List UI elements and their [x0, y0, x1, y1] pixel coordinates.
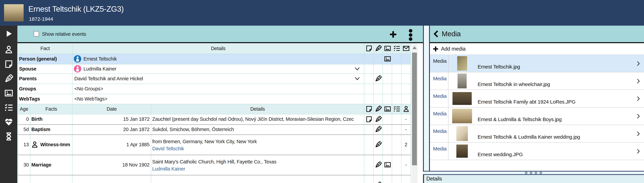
chevron-down-icon[interactable] [354, 66, 360, 73]
witness-person-icon [31, 141, 38, 149]
media-list-item[interactable]: MediaErnest Teltschik.jpg [430, 55, 644, 72]
person-icon [402, 105, 410, 113]
chevron-down-icon[interactable] [354, 75, 360, 83]
pen-icon[interactable] [374, 181, 382, 183]
media-row-label: Media [430, 93, 446, 99]
fact-date: 18 Nov 1902 [86, 155, 150, 175]
image-icon[interactable] [4, 88, 14, 98]
person-link[interactable]: Ludmilla Kainer [152, 166, 363, 172]
media-thumbnail [456, 144, 468, 158]
column-header-date: Date [72, 104, 151, 114]
fact-name[interactable]: WebTags [19, 94, 40, 104]
age-value: 38 [18, 175, 29, 183]
checklist-icon [393, 45, 400, 52]
fact-name[interactable]: Baptism [31, 124, 50, 134]
person-link[interactable]: David Teltschik [152, 146, 363, 152]
media-list-item[interactable]: MediaErnest & Ludmilla & Teltschik Boys.… [430, 108, 644, 125]
facts-toolbar: Show relative events [17, 26, 423, 43]
fact-name[interactable]: Groups [19, 84, 36, 94]
chevron-right-icon[interactable] [635, 78, 641, 84]
chevron-right-icon[interactable] [635, 60, 641, 66]
page-title: Ernest Teltschik (LKZ5-ZG3) [28, 4, 124, 14]
fact-name[interactable]: Parents [19, 74, 36, 84]
media-list-item[interactable]: MediaErnest Teltschik & Ludmilla Kainer … [430, 125, 644, 142]
checklist-icon [393, 105, 400, 113]
dna-icon[interactable] [4, 132, 14, 141]
fact-details[interactable]: <No Groups> [74, 84, 362, 94]
image-icon [384, 45, 391, 52]
share-count: - [402, 114, 410, 124]
media-filename: Ernest Teltschik.jpg [478, 64, 520, 70]
person-icon[interactable] [4, 45, 14, 54]
chevron-right-icon[interactable] [635, 131, 641, 137]
checklist-icon[interactable] [4, 103, 14, 112]
details-splitter[interactable] [423, 171, 644, 175]
image-icon[interactable] [384, 161, 391, 168]
chevron-right-icon[interactable] [635, 148, 641, 154]
scrollbar-thumb[interactable] [412, 52, 417, 165]
pen-icon[interactable] [374, 126, 382, 133]
fact-details: Saint Mary's Catholic Church, High Hill,… [152, 159, 363, 165]
media-list-item[interactable]: MediaErnest wedding.JPG [430, 142, 644, 160]
facts-table: FactDetailsAgeFactsDateDetailsPerson (ge… [18, 43, 411, 183]
column-header-age: Age [18, 104, 30, 114]
fact-name[interactable]: Person (general) [19, 54, 57, 64]
fact-date: 1910 [86, 175, 150, 183]
person-header-photo[interactable] [4, 4, 24, 22]
play-icon[interactable] [4, 29, 14, 38]
pen-icon[interactable] [4, 74, 14, 83]
media-panel-title: Media [442, 26, 461, 42]
facts-scrollbar[interactable] [411, 43, 418, 183]
left-icon-rail [0, 26, 17, 183]
pen-icon[interactable] [374, 116, 382, 123]
media-filename: Ernest & Ludmilla & Teltschik Boys.jpg [478, 116, 562, 122]
note-icon[interactable] [4, 59, 14, 69]
fact-date: 1 Apr 1885 [86, 134, 150, 155]
scroll-up-arrow-icon[interactable] [412, 46, 416, 49]
media-list-item[interactable]: MediaErnest Teltschik in wheelchair.jpg [430, 72, 644, 90]
mail-icon [402, 45, 410, 52]
media-thumbnail [457, 56, 467, 71]
back-chevron-icon[interactable] [432, 30, 440, 38]
pen-icon[interactable] [374, 141, 382, 148]
fact-details: Sukdol, Smichow, Böhmen, Österreich [152, 124, 363, 134]
fact-details[interactable]: David Teltschik and Annie Hickel [74, 74, 362, 84]
fact-name[interactable]: Birth [31, 114, 42, 124]
fact-details[interactable]: <No WebTags> [74, 94, 362, 104]
media-row-label: Media [430, 146, 446, 152]
image-icon[interactable] [384, 55, 391, 62]
share-count: 2 [402, 134, 410, 155]
age-value: 5d [18, 124, 29, 134]
fact-date: 20 Jan 1872 [86, 124, 150, 134]
fact-name[interactable]: Residence [31, 175, 55, 183]
note-icon[interactable] [365, 116, 373, 123]
chevron-right-icon[interactable] [635, 113, 641, 119]
fact-name[interactable]: Spouse [19, 64, 36, 74]
more-options-button[interactable] [409, 29, 412, 41]
show-relative-events-checkbox[interactable] [34, 31, 39, 36]
fact-name[interactable]: Marriage [31, 155, 52, 175]
add-media-label: Add media [441, 43, 466, 54]
column-header-details: Details [151, 104, 364, 114]
grid-line [151, 104, 151, 183]
heart-pulse-icon[interactable] [4, 117, 14, 127]
add-fact-button[interactable] [389, 30, 398, 39]
media-list-item[interactable]: MediaErnest Teltschik Family abt 1924 Lo… [430, 90, 644, 108]
details-section-bar[interactable]: Details [423, 175, 644, 183]
grid-line [18, 134, 411, 135]
fact-details[interactable]: Ludmilla Kainer [84, 64, 362, 74]
details-section-label: Details [426, 175, 442, 183]
column-header-details: Details [72, 43, 364, 54]
fact-details: Colorado Co., Texas [152, 175, 363, 183]
add-media-button[interactable]: Add media [430, 43, 644, 55]
pen-icon[interactable] [374, 161, 382, 168]
fact-date: 15 Jan 1872 [86, 114, 150, 124]
media-row-label: Media [430, 128, 446, 134]
pen-icon[interactable] [374, 75, 382, 82]
panel-splitter[interactable] [424, 26, 429, 171]
pen-icon [374, 45, 382, 52]
chevron-right-icon[interactable] [635, 96, 641, 102]
fact-name[interactable]: Witness-Imm [40, 134, 70, 155]
fact-details: Zauchtel (present day Suchdol nad Odrou)… [152, 114, 363, 124]
fact-details[interactable]: Ernest Teltschik [84, 54, 362, 64]
